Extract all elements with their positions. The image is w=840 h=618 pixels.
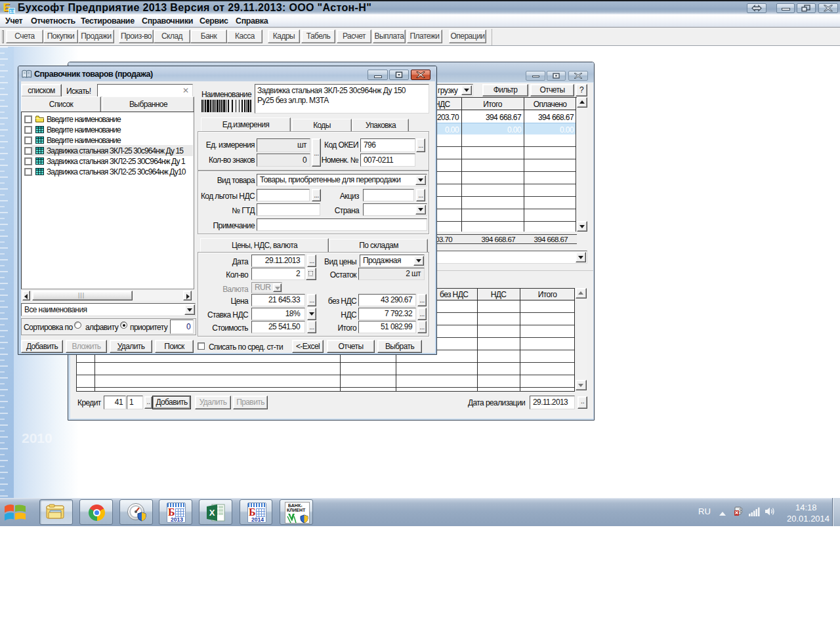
svg-text:X: X [209,508,215,518]
